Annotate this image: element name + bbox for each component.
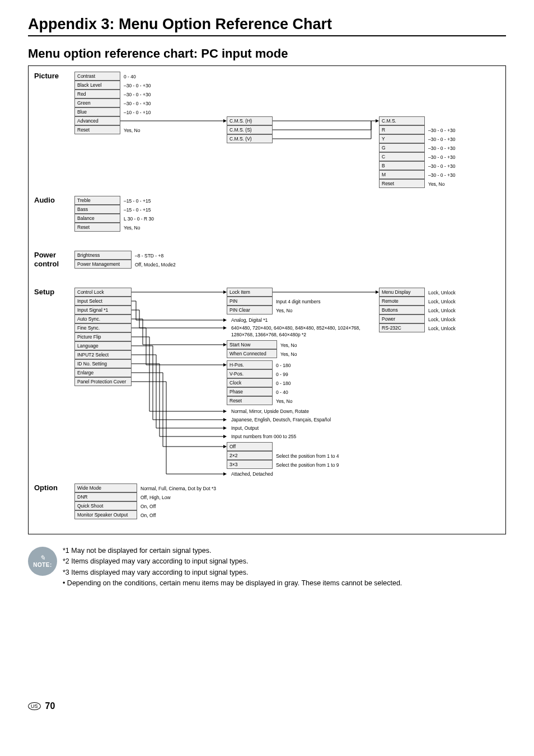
cell-val: Select the position from 1 to 9 (273, 460, 339, 469)
page-number: 70 (45, 701, 55, 711)
plain-text: Japanese, English, Deutsch, Français, Es… (227, 416, 331, 423)
cell: Quick Shoot (74, 501, 137, 510)
cell: V-Pos. (227, 369, 273, 378)
cell-val: Lock, Unlock (425, 314, 456, 323)
cell-val: Off, High, Low (137, 492, 171, 501)
cell: G (379, 143, 425, 152)
cell-val: Lock, Unlock (425, 306, 456, 314)
cell: Wide Mode (74, 483, 137, 492)
cell-val: L 30 - 0 - R 30 (120, 214, 154, 223)
cell-val: Input 4 digit numbers (273, 297, 320, 306)
note-badge: ✎ NOTE: (28, 547, 57, 576)
cell-val: Lock, Unlock (425, 297, 456, 306)
cell-val: Lock, Unlock (425, 323, 456, 332)
section-label: Option (34, 483, 74, 492)
cell: When Connected (227, 349, 277, 358)
section-label: Setup (34, 288, 74, 297)
cell: C.M.S. (S) (227, 125, 273, 134)
cell: INPUT2 Select (74, 350, 132, 359)
cell: Clock (227, 378, 273, 387)
title-rule (28, 35, 506, 36)
section-label: Audio (34, 196, 74, 205)
connector (132, 337, 227, 411)
connector (132, 319, 227, 345)
plain-text: Analog, Digital *1 (227, 317, 268, 323)
cell: R (379, 125, 425, 134)
connector (132, 292, 227, 293)
section-label: Power control (34, 251, 74, 269)
cell-val: Yes, No (277, 340, 297, 349)
connector (132, 382, 227, 474)
note-item: • Depending on the conditions, certain m… (63, 578, 402, 589)
notes: ✎ NOTE: *1 May not be displayed for cert… (28, 546, 506, 589)
cell-val: –30 - 0 - +30 (120, 81, 151, 90)
cell-val: On, Off (137, 510, 156, 519)
plain-text: Input numbers from 000 to 255 (227, 433, 296, 440)
cell: Brightness (74, 251, 132, 260)
cell: RS-232C (379, 323, 425, 332)
cell: Picture Flip (74, 332, 132, 341)
cell: Language (74, 341, 132, 350)
note-item: *2 Items displayed may vary according to… (63, 556, 402, 567)
cell: C (379, 152, 425, 161)
page-subtitle: Menu option reference chart: PC input mo… (28, 46, 506, 61)
cell-val: –30 - 0 - +30 (425, 152, 455, 161)
connector (132, 310, 227, 328)
cell: Reset (379, 179, 425, 188)
cell: Balance (74, 214, 120, 223)
cell: Power Management (74, 260, 132, 269)
cell: Treble (74, 196, 120, 205)
cell-val: 0 - 180 (273, 378, 291, 387)
note-label: NOTE: (33, 562, 52, 568)
cell: 3×3 (227, 460, 273, 469)
connector (132, 328, 227, 365)
cell-val: –8 - STD - +8 (132, 251, 163, 260)
cell: C.M.S. (H) (227, 116, 273, 125)
cell: 2×2 (227, 451, 273, 460)
cell-val: Yes, No (273, 306, 292, 314)
page-title: Appendix 3: Menu Option Reference Chart (28, 16, 506, 33)
cell: Input Select (74, 297, 132, 306)
cell-val: 0 - 99 (273, 369, 288, 378)
cell: Reset (227, 396, 273, 405)
cell: Y (379, 134, 425, 143)
cell: Reset (74, 223, 120, 232)
cell: Bass (74, 205, 120, 214)
cell: ID No. Setting (74, 359, 132, 368)
footer: US 70 (28, 701, 506, 711)
cell-val: Yes, No (277, 349, 297, 358)
cell: Phase (227, 387, 273, 396)
plain-text: Input, Output (227, 425, 259, 431)
cell-val: –30 - 0 - +30 (120, 98, 151, 107)
section-power: Power control Brightness–8 - STD - +8 Po… (34, 251, 500, 275)
section-setup: Setup Control Lock Input Select Input Si… (34, 288, 500, 461)
cell: Lock Item (227, 288, 273, 297)
cell-val: –30 - 0 - +30 (425, 125, 455, 134)
connector (132, 301, 227, 320)
region-badge: US (28, 702, 41, 710)
cell: Buttons (379, 306, 425, 314)
reference-chart: Picture Contrast0 - 40 Black Level–30 - … (28, 65, 506, 534)
cell: Advanced (74, 116, 120, 125)
cell-val: –10 - 0 - +10 (120, 107, 151, 116)
cell-val: –30 - 0 - +30 (425, 143, 455, 152)
cell-val: 0 - 180 (273, 360, 291, 369)
connector (132, 355, 227, 428)
cell-val: Select the position from 1 to 4 (273, 451, 339, 460)
cell-val: –30 - 0 - +30 (425, 134, 455, 143)
cell-val: Normal, Full, Cinema, Dot by Dot *3 (137, 483, 216, 492)
cell-val: On, Off (137, 501, 156, 510)
section-picture: Picture Contrast0 - 40 Black Level–30 - … (34, 72, 500, 184)
pencil-icon: ✎ (40, 555, 45, 561)
cell-val: Yes, No (425, 179, 444, 188)
section-label: Picture (34, 72, 74, 81)
cell: Enlarge (74, 368, 132, 377)
cell: PIN Clear (227, 306, 273, 314)
cell: Blue (74, 107, 120, 116)
cell: Green (74, 98, 120, 107)
cell-val: –15 - 0 - +15 (120, 196, 151, 205)
cell: C.M.S. (379, 116, 425, 125)
cell-val: –30 - 0 - +30 (425, 161, 455, 170)
cell-val: –15 - 0 - +15 (120, 205, 151, 214)
cell: Start Now (227, 340, 277, 349)
